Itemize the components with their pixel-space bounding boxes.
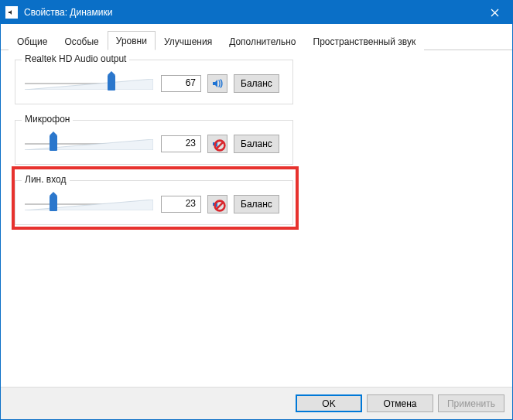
window-title: Свойства: Динамики <box>24 7 477 18</box>
volume-slider[interactable] <box>23 135 155 153</box>
level-name: Лин. вход <box>22 174 70 185</box>
tab-general[interactable]: Общие <box>9 32 56 50</box>
level-name: Микрофон <box>22 114 73 125</box>
titlebar: Свойства: Динамики <box>1 1 512 24</box>
tab-levels[interactable]: Уровни <box>108 31 156 50</box>
balance-button[interactable]: Баланс <box>234 135 279 153</box>
level-name: Realtek HD Audio output <box>22 53 129 64</box>
svg-marker-1 <box>25 139 153 150</box>
ok-button[interactable]: OK <box>296 394 362 412</box>
balance-button[interactable]: Баланс <box>234 195 279 213</box>
tab-advanced[interactable]: Дополнительно <box>221 32 304 50</box>
mute-toggle[interactable] <box>207 74 227 93</box>
no-symbol-icon <box>214 200 226 212</box>
slider-thumb[interactable] <box>50 196 57 211</box>
tab-spatial[interactable]: Пространственный звук <box>305 32 425 50</box>
tabstrip: Общие Особые Уровни Улучшения Дополнител… <box>1 24 512 50</box>
close-button[interactable] <box>477 1 512 24</box>
speaker-icon <box>211 77 224 90</box>
level-group-microphone: Микрофон 23 Баланс <box>15 120 293 165</box>
speaker-icon <box>5 6 18 19</box>
tab-content: Realtek HD Audio output 67 Баланс Микроф… <box>1 50 512 387</box>
volume-value[interactable]: 23 <box>161 135 201 152</box>
mute-toggle[interactable] <box>207 195 227 213</box>
level-group-output: Realtek HD Audio output 67 Баланс <box>15 60 293 104</box>
volume-slider[interactable] <box>23 74 155 93</box>
volume-value[interactable]: 67 <box>161 75 201 92</box>
no-symbol-icon <box>214 139 226 152</box>
cancel-button[interactable]: Отмена <box>367 394 433 412</box>
balance-button[interactable]: Баланс <box>234 74 279 93</box>
slider-thumb[interactable] <box>50 135 57 151</box>
tab-special[interactable]: Особые <box>56 32 107 50</box>
mute-toggle[interactable] <box>207 135 227 153</box>
svg-marker-4 <box>25 200 153 210</box>
slider-thumb[interactable] <box>108 75 115 90</box>
level-group-linein: Лин. вход 23 Баланс <box>15 180 293 225</box>
svg-marker-0 <box>25 79 153 90</box>
dialog-footer: OK Отмена Применить <box>1 387 512 419</box>
tab-enhancements[interactable]: Улучшения <box>156 32 221 50</box>
volume-value[interactable]: 23 <box>161 196 201 213</box>
apply-button[interactable]: Применить <box>438 394 504 412</box>
volume-slider[interactable] <box>23 195 155 213</box>
svg-line-3 <box>216 142 224 149</box>
svg-line-6 <box>216 202 224 210</box>
